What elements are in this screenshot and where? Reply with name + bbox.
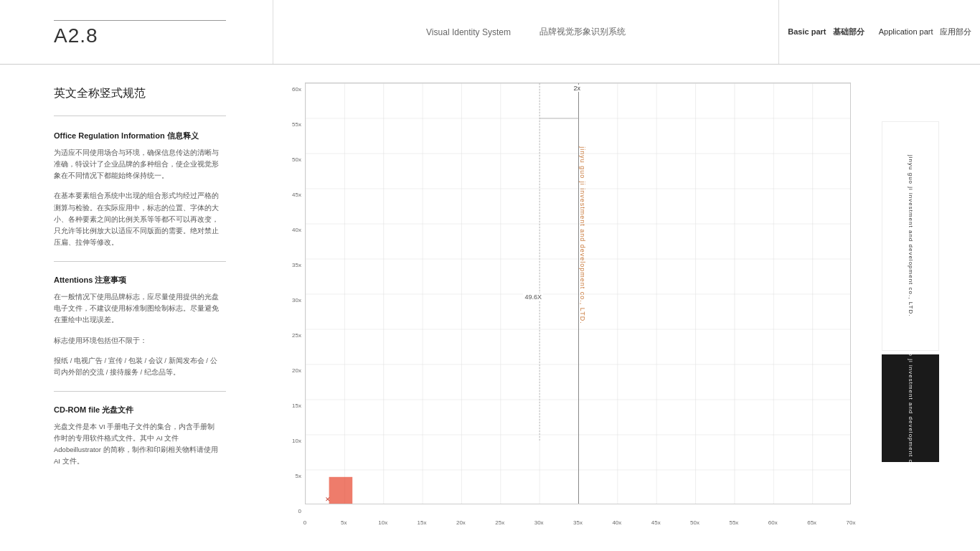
vis-title-cn: 品牌视觉形象识别系统 (540, 26, 626, 38)
y-axis: 05x10x15x20x25x30x35x40x45x50x55x60x (280, 83, 305, 504)
x-label: 45x (651, 519, 661, 526)
x-label: 25x (495, 519, 504, 526)
body-text-6: 光盘文件是本 VI 手册电子文件的集合，内含手册制作时的专用软件格式文件。其中 … (54, 421, 219, 468)
section-title: 英文全称竖式规范 (54, 86, 219, 101)
y-label: 20x (292, 367, 301, 374)
logo-text-black-panel: jinyu guo ji investment and development … (906, 354, 913, 462)
header-nav: Basic part 基础部分 Application part 应用部分 (779, 0, 980, 64)
sub-title-1: Office Regulation Information 信息释义 (54, 131, 219, 141)
annotation-49x: 49.6X (523, 293, 543, 301)
x-label: 70x (847, 519, 856, 526)
chart-container: 05x10x15x20x25x30x35x40x45x50x55x60x ✕ji… (280, 79, 966, 529)
right-logo-panels: jinyu guo ji investment and development … (854, 79, 966, 504)
vis-title-en: Visual Identity System (426, 27, 511, 37)
header-center: Visual Identity System 品牌视觉形象识别系统 (273, 0, 779, 64)
body-text-4: 标志使用环境包括但不限于： (54, 335, 219, 347)
x-label: 10x (378, 519, 387, 526)
left-panel: 英文全称竖式规范 Office Regulation Information 信… (0, 65, 273, 551)
logo-text-white-panel: jinyu guo ji investment and development … (906, 155, 913, 316)
svg-rect-31 (329, 477, 353, 504)
y-label: 15x (292, 402, 301, 409)
x-label: 50x (690, 519, 699, 526)
header-left: A2.8 (0, 17, 273, 47)
annotation-2x: 2x (573, 85, 583, 92)
section-divider-3 (54, 391, 226, 392)
y-label: 55x (292, 121, 301, 128)
section-divider-1 (54, 116, 226, 116)
y-label: 40x (292, 227, 301, 233)
x-label: 20x (456, 519, 466, 526)
svg-text:jinyu guo ji investment and de: jinyu guo ji investment and development … (579, 146, 586, 324)
y-label: 25x (292, 332, 301, 339)
y-label: 0 (298, 508, 301, 514)
nav-application[interactable]: Application part 应用部分 (879, 27, 971, 37)
y-label: 30x (292, 297, 301, 303)
y-label: 10x (292, 438, 301, 444)
x-label: 55x (729, 519, 738, 526)
section-divider-2 (54, 261, 226, 262)
y-label: 35x (292, 262, 301, 268)
logo-panel-black: jinyu guo ji investment and development … (882, 354, 939, 462)
body-text-2: 在基本要素组合系统中出现的组合形式均经过严格的测算与检验。在实际应用中，标志的位… (54, 190, 219, 248)
body-text-5: 报纸 / 电视广告 / 宣传 / 包装 / 会议 / 新闻发布会 / 公司内外部… (54, 355, 219, 378)
sub-title-3: CD-ROM file 光盘文件 (54, 405, 219, 415)
body-text-1: 为适应不同使用场合与环境，确保信息传达的清晰与准确，特设计了企业品牌的多种组合，… (54, 147, 219, 182)
top-divider (54, 20, 226, 21)
y-label: 50x (292, 156, 301, 163)
logo-panel-white: jinyu guo ji investment and development … (882, 121, 939, 351)
x-label: 35x (573, 519, 583, 526)
header: A2.8 Visual Identity System 品牌视觉形象识别系统 B… (0, 0, 980, 65)
y-label: 60x (292, 86, 301, 93)
x-label: 0 (303, 519, 306, 526)
x-label: 15x (418, 519, 427, 526)
page-code: A2.8 (54, 24, 273, 47)
x-label: 30x (534, 519, 544, 526)
x-axis: 05x10x15x20x25x30x35x40x45x50x55x60x65x7… (305, 504, 851, 529)
nav-basic[interactable]: Basic part 基础部分 (788, 27, 864, 37)
x-label: 60x (768, 519, 778, 526)
sub-title-2: Attentions 注意事项 (54, 275, 219, 286)
svg-text:✕: ✕ (325, 496, 331, 503)
x-label: 65x (807, 519, 816, 526)
y-label: 5x (296, 473, 301, 479)
grid-chart: ✕jinyu guo ji investment and development… (305, 83, 851, 504)
x-label: 40x (612, 519, 621, 526)
y-label: 45x (292, 192, 301, 198)
x-label: 5x (341, 519, 347, 526)
chart-area: 05x10x15x20x25x30x35x40x45x50x55x60x ✕ji… (273, 65, 980, 551)
body-text-3: 在一般情况下使用品牌标志，应尽量使用提供的光盘电子文件，不建议使用标准制图绘制标… (54, 291, 219, 326)
